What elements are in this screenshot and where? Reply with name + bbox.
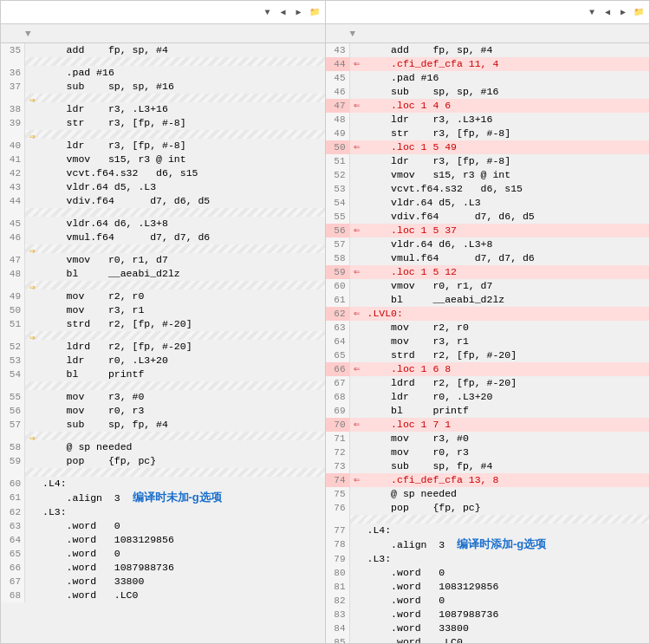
left-dropdown-icon[interactable]: ▼ — [261, 5, 275, 19]
table-row — [1, 381, 325, 390]
line-content: sub sp, fp, #4 — [364, 459, 650, 473]
line-number: 36 — [1, 66, 25, 80]
line-number: 57 — [326, 237, 350, 251]
line-number: 45 — [326, 71, 350, 85]
table-row: 77.L4: — [326, 524, 650, 537]
line-marker — [350, 621, 364, 635]
line-marker: ⇐ — [350, 140, 364, 154]
table-row: 72 mov r0, r3 — [326, 446, 650, 459]
right-diff-scroll[interactable]: 43 add fp, sp, #444⇐ .cfi_def_cfa 11, 44… — [326, 43, 650, 643]
line-content: .word 33800 — [364, 621, 650, 635]
table-row: 44⇐ .cfi_def_cfa 11, 4 — [326, 57, 650, 71]
line-content — [39, 244, 325, 253]
left-next-icon[interactable]: ▶ — [292, 5, 306, 19]
table-row: 70⇐ .loc 1 7 1 — [326, 418, 650, 432]
line-marker — [350, 348, 364, 362]
line-content: .word 1087988736 — [364, 608, 650, 621]
line-number: 59 — [326, 265, 350, 279]
table-row: 55 mov r3, #0 — [1, 390, 325, 404]
line-content: vdiv.f64 d7, d6, d5 — [39, 194, 325, 208]
line-number: 74 — [326, 473, 350, 487]
line-content: .word 1083129856 — [364, 580, 650, 594]
line-marker — [350, 537, 364, 552]
line-marker: ⇒ — [25, 331, 39, 340]
line-content — [39, 57, 325, 66]
line-number — [326, 515, 350, 524]
line-number: 61 — [1, 491, 25, 505]
line-marker — [25, 102, 39, 116]
line-marker — [25, 381, 39, 390]
line-number: 68 — [1, 589, 25, 602]
line-content: vmov r0, r1, d7 — [39, 253, 325, 267]
left-diff-scroll[interactable]: 35 add fp, sp, #436 .pad #1637 sub sp, s… — [1, 43, 325, 643]
table-row: 57 sub sp, fp, #4 — [1, 418, 325, 432]
line-number: 67 — [326, 376, 350, 390]
main-container: ▼ ◀ ▶ 📁 ▼ ◀ ▶ 📁 ▼ — [0, 0, 650, 644]
line-number: 50 — [326, 140, 350, 154]
line-number: 66 — [1, 561, 25, 575]
table-row: 74⇐ .cfi_def_cfa 13, 8 — [326, 473, 650, 487]
left-title-pane: ▼ ◀ ▶ 📁 — [0, 0, 326, 24]
line-content: ldr r3, [fp, #-8] — [39, 139, 325, 153]
left-title-icons: ▼ ◀ ▶ 📁 — [261, 5, 322, 19]
line-content: mov r3, r1 — [364, 335, 650, 348]
line-marker — [25, 519, 39, 533]
right-folder-icon[interactable]: 📁 — [632, 5, 646, 19]
line-marker — [350, 85, 364, 99]
right-dropdown-icon[interactable]: ▼ — [585, 5, 599, 19]
line-content: .word 0 — [364, 566, 650, 580]
line-content: mov r2, r0 — [364, 321, 650, 335]
line-number: 56 — [326, 224, 350, 237]
line-content: vmul.f64 d7, d7, d6 — [39, 231, 325, 244]
line-content: @ sp needed — [39, 440, 325, 454]
line-content: vcvt.f64.s32 d6, s15 — [364, 182, 650, 196]
line-content: @ sp needed — [364, 487, 650, 501]
line-number — [1, 208, 25, 217]
table-row: 51 ldr r3, [fp, #-8] — [326, 154, 650, 168]
right-next-icon[interactable]: ▶ — [616, 5, 630, 19]
line-number — [1, 381, 25, 390]
left-folder-icon[interactable]: 📁 — [308, 5, 322, 19]
table-row: 40 ldr r3, [fp, #-8] — [1, 139, 325, 153]
line-number: 44 — [1, 194, 25, 208]
line-content: sub sp, sp, #16 — [39, 80, 325, 94]
left-prev-icon[interactable]: ◀ — [276, 5, 290, 19]
line-marker — [25, 547, 39, 561]
line-content: .loc 1 7 1 — [364, 418, 650, 432]
table-row: 84 .word 33800 — [326, 621, 650, 635]
line-number: 49 — [326, 127, 350, 140]
line-content: mov r0, r3 — [39, 404, 325, 418]
right-diff-pane: 43 add fp, sp, #444⇐ .cfi_def_cfa 11, 44… — [326, 43, 651, 644]
table-row: 58 @ sp needed — [1, 440, 325, 454]
line-content: strd r2, [fp, #-20] — [39, 317, 325, 331]
line-content: .L4: — [364, 524, 650, 537]
line-number: 43 — [1, 180, 25, 194]
line-number: 73 — [326, 459, 350, 473]
line-number: 46 — [326, 85, 350, 99]
line-marker — [350, 251, 364, 265]
line-marker — [25, 43, 39, 57]
table-row: 64 mov r3, r1 — [326, 335, 650, 348]
line-number: 46 — [1, 231, 25, 244]
table-row: 62.L3: — [1, 505, 325, 519]
table-row: 43 add fp, sp, #4 — [326, 43, 650, 57]
line-content: vdiv.f64 d7, d6, d5 — [364, 210, 650, 224]
line-number: 43 — [326, 43, 350, 57]
line-marker — [25, 194, 39, 208]
line-content: .L4: — [39, 477, 325, 491]
line-marker — [25, 289, 39, 303]
line-content — [364, 515, 650, 524]
line-number: 65 — [1, 547, 25, 561]
line-number: 78 — [326, 537, 350, 552]
line-number: 70 — [326, 418, 350, 432]
line-marker — [25, 208, 39, 217]
line-number: 47 — [1, 253, 25, 267]
line-marker — [350, 552, 364, 566]
table-row: 48 bl __aeabi_d2lz — [1, 267, 325, 281]
line-number: 62 — [1, 505, 25, 519]
line-content: .align 3 编译时未加-g选项 — [39, 491, 325, 505]
right-prev-icon[interactable]: ◀ — [601, 5, 614, 19]
line-marker — [350, 376, 364, 390]
line-content — [39, 130, 325, 139]
line-content: pop {fp, pc} — [39, 454, 325, 468]
